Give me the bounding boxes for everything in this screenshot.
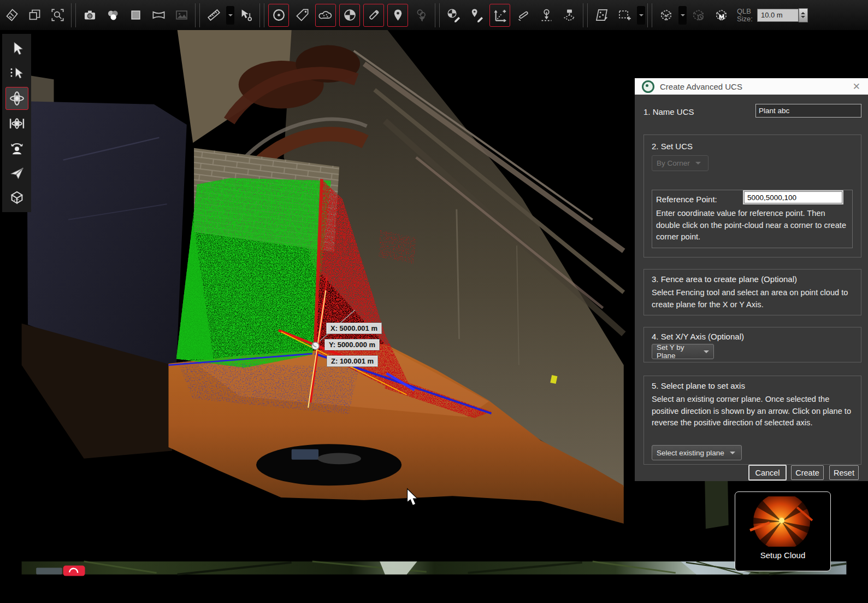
qlb-size-spinner[interactable] (799, 8, 808, 22)
image-view-button[interactable] (172, 4, 191, 26)
close-icon[interactable]: ✕ (853, 81, 860, 92)
clip-box-history-button[interactable] (688, 4, 708, 26)
toolbar-group (267, 0, 433, 30)
setup-cloud-label: Setup Cloud (760, 551, 806, 560)
set-xy-axis-group: 4. Set X/Y Axis (Optional) Set Y by Plan… (643, 327, 861, 362)
create-tag-button[interactable] (292, 4, 312, 26)
setup-cloud-thumbnail[interactable]: Setup Cloud (735, 491, 831, 571)
pick-temperature-icon (239, 8, 253, 22)
look-around-tool-button[interactable] (6, 137, 28, 159)
toolbar-group (202, 0, 257, 30)
clip-box-button[interactable] (656, 4, 676, 26)
orbit-tool-button[interactable] (5, 87, 28, 110)
coordinate-tooltip-x: X: 5000.001 m (326, 323, 382, 334)
navigation-sidebar (2, 34, 31, 212)
create-point-marker-button[interactable] (387, 4, 408, 27)
create-pipe-button[interactable] (363, 4, 384, 27)
panorama-view-button[interactable] (149, 4, 168, 26)
set-xy-axis-label: 4. Set X/Y Axis (Optional) (652, 332, 744, 341)
toolbar-group (590, 0, 645, 30)
fly-tool-button[interactable] (6, 162, 28, 184)
reference-point-input[interactable] (744, 191, 842, 203)
fit-pipe-icon (516, 8, 531, 22)
plan-view-button[interactable] (592, 4, 611, 26)
filter-targets-icon (414, 8, 429, 22)
create-button[interactable]: Create (791, 465, 824, 480)
select-plane-help: Select an existing corner plane. Once se… (652, 394, 853, 429)
set-y-by-plane-value: Set Y by Plane (657, 343, 698, 360)
toolbar-group (78, 0, 193, 30)
filter-targets-button[interactable] (411, 4, 431, 26)
drop-target-icon (539, 8, 554, 22)
select-tool-button[interactable] (6, 38, 28, 60)
zoom-window-button[interactable] (48, 4, 67, 26)
select-plane-group: 5. Select plane to set axis Select an ex… (643, 376, 861, 465)
plan-view-icon (594, 8, 609, 22)
coordinate-tooltip-y: Y: 5000.000 m (324, 339, 380, 350)
solid-render-button[interactable] (126, 4, 145, 26)
create-cloud-region-icon (318, 8, 333, 22)
clip-box-manager-button[interactable] (711, 4, 731, 26)
view-cube-tool-button[interactable] (6, 186, 28, 208)
dialog-titlebar[interactable]: Create Advanced UCS ✕ (635, 78, 868, 95)
project-image-button[interactable] (559, 4, 579, 26)
constrained-orbit-tool-icon (9, 115, 25, 132)
create-tag-icon (295, 8, 310, 22)
faro-logo-icon (63, 566, 85, 576)
create-checker-target-icon (343, 8, 357, 22)
select-points-tool-icon (9, 65, 25, 81)
pick-temperature-button[interactable] (236, 4, 256, 26)
coordinate-tooltip-z: Z: 100.001 m (327, 355, 378, 367)
unload-pointcloud-button[interactable] (2, 4, 21, 26)
clip-box-manager-icon (714, 8, 729, 22)
image-view-icon (174, 8, 189, 22)
qlb-size-input[interactable] (757, 9, 799, 22)
edit-target-icon (446, 8, 461, 22)
select-points-tool-button[interactable] (6, 62, 28, 84)
top-toolbar: QLBSize: (0, 0, 868, 30)
clip-box-dropdown-caret[interactable] (678, 6, 687, 25)
screenshot-icon (82, 8, 97, 22)
edit-marker-button[interactable] (467, 4, 486, 26)
select-existing-plane-dropdown[interactable]: Select existing plane (652, 445, 742, 460)
screenshot-button[interactable] (80, 4, 99, 26)
create-ucs-button[interactable] (489, 4, 510, 27)
fence-select-dropdown-caret[interactable] (637, 6, 645, 25)
select-existing-plane-value: Select existing plane (657, 449, 724, 457)
create-advanced-ucs-dialog: Create Advanced UCS ✕ 1. Name UCS 2. Set… (635, 78, 868, 481)
set-ucs-label: 2. Set UCS (652, 142, 693, 151)
panorama-view-icon (151, 8, 166, 22)
reference-point-help: Enter coordinate value for reference poi… (656, 208, 848, 243)
edit-target-button[interactable] (444, 4, 463, 26)
set-ucs-dropdown[interactable]: By Corner (652, 155, 708, 171)
dialog-title: Create Advanced UCS (660, 82, 742, 91)
name-ucs-input[interactable] (755, 104, 861, 118)
create-cloud-region-button[interactable] (315, 4, 336, 27)
windows-icon (27, 8, 42, 22)
toolbar-group (654, 0, 733, 30)
edit-marker-icon (469, 8, 484, 22)
toolbar-divider (583, 3, 588, 27)
qlb-size-control: QLBSize: (737, 8, 808, 23)
set-ucs-dropdown-value: By Corner (657, 159, 690, 167)
name-ucs-label: 1. Name UCS (643, 107, 694, 116)
fit-pipe-button[interactable] (513, 4, 533, 26)
fence-select-button[interactable] (615, 4, 634, 26)
measure-icon (206, 8, 221, 22)
drop-target-button[interactable] (536, 4, 556, 26)
create-pipe-icon (367, 8, 381, 22)
measure-button[interactable] (204, 4, 223, 26)
setup-cloud-preview (742, 496, 823, 547)
reset-button[interactable]: Reset (829, 465, 859, 480)
create-disc-target-button[interactable] (268, 4, 289, 27)
constrained-orbit-tool-button[interactable] (6, 113, 28, 134)
toolbar-divider (195, 3, 200, 27)
windows-button[interactable] (25, 4, 44, 26)
color-mode-button[interactable] (103, 4, 122, 26)
set-y-by-plane-dropdown[interactable]: Set Y by Plane (652, 344, 714, 359)
zoom-window-icon (50, 8, 65, 22)
cancel-button[interactable]: Cancel (748, 465, 787, 481)
create-checker-target-button[interactable] (339, 4, 360, 27)
measure-dropdown-caret[interactable] (226, 6, 234, 25)
toolbar-divider (71, 3, 76, 27)
